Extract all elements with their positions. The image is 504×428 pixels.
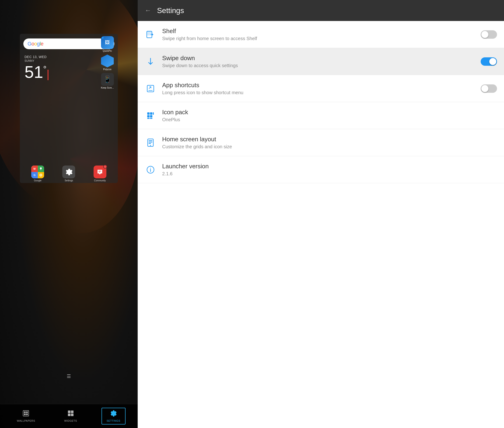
settings-item-home-layout[interactable]: Home screen layout Customize the grids a… bbox=[138, 129, 504, 156]
swipe-down-icon bbox=[145, 56, 156, 67]
wallpapers-icon bbox=[23, 410, 29, 418]
svg-rect-24 bbox=[147, 118, 150, 119]
svg-rect-29 bbox=[149, 143, 151, 144]
dock-google-label: Google bbox=[34, 179, 42, 182]
bottom-navigation-bar: WALLPAPERS WIDGETS bbox=[0, 404, 138, 428]
svg-rect-14 bbox=[71, 413, 74, 416]
svg-rect-22 bbox=[147, 115, 150, 117]
wallpapers-button[interactable]: WALLPAPERS bbox=[12, 408, 40, 424]
list-item[interactable]: Polycon bbox=[101, 55, 114, 71]
list-item[interactable]: 📱 Keep Scre... bbox=[101, 73, 114, 89]
svg-rect-21 bbox=[153, 112, 154, 115]
svg-rect-20 bbox=[150, 112, 152, 115]
shelf-toggle[interactable] bbox=[481, 30, 497, 39]
svg-rect-27 bbox=[149, 140, 152, 141]
svg-rect-23 bbox=[150, 115, 152, 117]
svg-rect-13 bbox=[68, 413, 70, 416]
svg-rect-7 bbox=[24, 412, 26, 413]
back-button[interactable]: ← bbox=[145, 7, 151, 14]
home-layout-title: Home screen layout bbox=[162, 136, 497, 143]
wallpapers-label: WALLPAPERS bbox=[17, 419, 35, 422]
svg-rect-16 bbox=[147, 31, 151, 35]
launcher-version-subtitle: 2.1.6 bbox=[162, 171, 497, 176]
app-shortcuts-title: App shortcuts bbox=[162, 82, 475, 89]
settings-item-icon-pack[interactable]: Icon pack OnePlus bbox=[138, 102, 504, 129]
svg-rect-8 bbox=[26, 412, 28, 413]
dock-community-label: Community bbox=[94, 179, 106, 182]
swipe-down-toggle[interactable] bbox=[481, 57, 497, 66]
icon-pack-icon bbox=[145, 110, 156, 122]
shelf-title: Shelf bbox=[162, 27, 475, 35]
home-layout-subtitle: Customize the grids and icon size bbox=[162, 144, 497, 149]
svg-rect-12 bbox=[71, 411, 74, 413]
widgets-label: WIDGETS bbox=[64, 419, 77, 422]
temp-unit: | bbox=[47, 68, 50, 80]
home-layout-text: Home screen layout Customize the grids a… bbox=[162, 136, 497, 149]
svg-rect-28 bbox=[149, 142, 152, 142]
settings-header: ← Settings bbox=[138, 0, 504, 21]
home-layout-icon bbox=[145, 137, 156, 148]
svg-rect-11 bbox=[68, 411, 70, 413]
phone-screen: Google 🎤 DEC 13, WED SUNNY 51°| bbox=[20, 34, 118, 183]
shelf-toggle-knob bbox=[481, 31, 488, 38]
svg-rect-9 bbox=[24, 413, 26, 415]
shelf-icon bbox=[145, 29, 156, 40]
settings-dock-icon bbox=[62, 165, 75, 178]
icon-pack-text: Icon pack OnePlus bbox=[162, 109, 497, 122]
google-logo: Google bbox=[27, 41, 43, 47]
app-shortcuts-toggle-control[interactable] bbox=[481, 84, 497, 93]
quickpic-icon: 🖼 bbox=[101, 36, 114, 49]
settings-list: Shelf Swipe right from home screen to ac… bbox=[138, 21, 504, 428]
gmail-icon: M bbox=[31, 165, 38, 172]
svg-rect-17 bbox=[147, 85, 154, 92]
app-label: Keep Scre... bbox=[101, 86, 114, 89]
google-quad-4 bbox=[38, 172, 44, 179]
settings-bottom-button[interactable]: SETTINGS bbox=[102, 408, 126, 425]
svg-rect-5 bbox=[98, 172, 100, 172]
launcher-version-text: Launcher version 2.1.6 bbox=[162, 163, 497, 176]
settings-item-launcher-version: Launcher version 2.1.6 bbox=[138, 156, 504, 183]
settings-item-app-shortcuts[interactable]: App shortcuts Long press icon to show sh… bbox=[138, 75, 504, 102]
widgets-icon bbox=[68, 410, 74, 418]
launcher-version-icon bbox=[145, 164, 156, 175]
svg-rect-6 bbox=[23, 411, 29, 416]
settings-item-swipe-down[interactable]: Swipe down Swipe down to access quick se… bbox=[138, 48, 504, 75]
app-shortcuts-subtitle: Long press icon to show shortcut menu bbox=[162, 90, 475, 95]
hamburger-menu-area: ☰ bbox=[67, 373, 71, 379]
community-icon: 1 bbox=[94, 165, 106, 178]
app-shortcuts-toggle[interactable] bbox=[481, 84, 497, 93]
dock-settings[interactable]: Settings bbox=[62, 165, 75, 182]
maps-icon bbox=[38, 165, 44, 172]
google-icon-quad: G bbox=[31, 172, 38, 179]
list-item[interactable]: 🖼 QuickPic bbox=[101, 36, 114, 52]
app-label: QuickPic bbox=[103, 50, 112, 52]
svg-rect-25 bbox=[150, 118, 152, 119]
dock-area: M G Google bbox=[20, 163, 118, 183]
swipe-down-subtitle: Swipe down to access quick settings bbox=[162, 63, 475, 68]
icon-pack-title: Icon pack bbox=[162, 109, 497, 116]
app-shortcuts-toggle-knob bbox=[481, 85, 488, 92]
shelf-subtitle: Swipe right from home screen to access S… bbox=[162, 36, 475, 41]
blue-dot-badge bbox=[102, 37, 104, 39]
svg-point-30 bbox=[150, 145, 151, 146]
polycon-icon bbox=[101, 55, 114, 67]
settings-bottom-icon bbox=[110, 410, 117, 418]
app-shortcuts-text: App shortcuts Long press icon to show sh… bbox=[162, 82, 475, 95]
degree-symbol: ° bbox=[43, 64, 46, 74]
community-badge: 1 bbox=[103, 165, 107, 169]
hamburger-icon[interactable]: ☰ bbox=[67, 373, 71, 379]
temp-value: 51 bbox=[25, 63, 43, 81]
settings-panel: ← Settings Shelf Swipe right from home s… bbox=[138, 0, 504, 428]
launcher-version-title: Launcher version bbox=[162, 163, 497, 170]
swipe-down-toggle-control[interactable] bbox=[481, 57, 497, 66]
shelf-toggle-control[interactable] bbox=[481, 30, 497, 39]
keepscr-icon: 📱 bbox=[101, 73, 114, 86]
dock-community[interactable]: 1 Community bbox=[94, 165, 106, 182]
settings-item-shelf[interactable]: Shelf Swipe right from home screen to ac… bbox=[138, 21, 504, 48]
svg-rect-19 bbox=[147, 112, 150, 115]
swipe-down-text: Swipe down Swipe down to access quick se… bbox=[162, 55, 475, 68]
google-apps-icon: M G bbox=[31, 165, 44, 178]
settings-page-title: Settings bbox=[157, 6, 184, 15]
widgets-button[interactable]: WIDGETS bbox=[60, 408, 82, 424]
dock-google[interactable]: M G Google bbox=[31, 165, 44, 182]
